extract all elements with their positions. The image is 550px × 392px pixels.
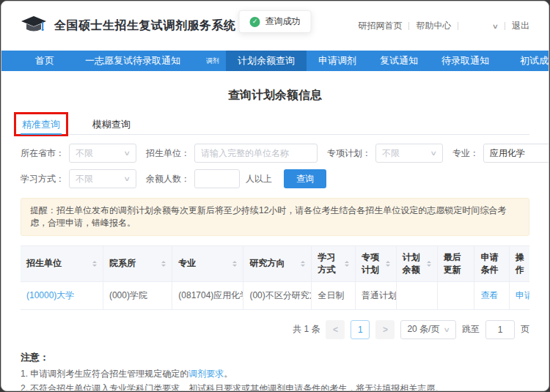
nav-group-label-tiaoji: 调剂 — [199, 51, 226, 71]
cell-major: (081704)应用化学 — [172, 281, 243, 309]
cell-dept: (000)学院 — [103, 281, 172, 309]
graduation-cap-icon — [21, 15, 47, 38]
sort-icon[interactable] — [232, 259, 237, 269]
jump-suffix: 页 — [521, 323, 529, 336]
notice-bar: 提醒：招生单位发布的调剂计划余额每次更新后将至少持续12小时，请各位考生结合各招… — [21, 198, 529, 236]
col-unit[interactable]: 招生单位 — [21, 245, 103, 281]
results-table: 招生单位 院系所 专业 研究方向 学习方式 专项计划 计划余额 最后更新 申请条… — [21, 245, 529, 310]
col-study-mode[interactable]: 学习方式 — [312, 245, 356, 281]
chevron-down-icon: ∨ — [124, 149, 131, 157]
apply-link[interactable]: 申请 — [516, 290, 529, 300]
jump-page-input[interactable] — [485, 320, 515, 339]
nav-item-first-choice-notice[interactable]: 一志愿复试待录取通知 — [73, 51, 192, 71]
chevron-down-icon: ∨ — [430, 149, 438, 157]
jump-label: 跳至 — [462, 323, 480, 336]
toast-query-success: ✓ 查询成功 — [239, 10, 312, 33]
nav-item-apply-adjustment[interactable]: 申请调剂 — [307, 51, 368, 71]
cell-study-mode: 全日制 — [312, 281, 356, 309]
tab-precise-query-label: 精准查询 — [22, 119, 60, 130]
divider — [458, 22, 458, 30]
main-content: 查询计划余额信息 精准查询 模糊查询 所在省市： 不限 ∨ 招生单位： — [1, 88, 549, 391]
sort-icon[interactable] — [161, 259, 166, 269]
major-label: 专业： — [452, 147, 479, 160]
note-line-1: 1. 申请调剂考生应符合招生管理规定确定的调剂要求。 — [21, 367, 529, 381]
special-plan-label: 专项计划： — [327, 147, 371, 160]
next-page-button[interactable]: > — [375, 320, 395, 339]
pagination: 共 1 条 < 1 > 20 条/页 ∨ 跳至 页 — [21, 320, 529, 339]
study-mode-select[interactable]: 不限 ∨ — [69, 169, 136, 188]
unit-input[interactable] — [194, 144, 318, 163]
sort-icon[interactable] — [92, 259, 97, 269]
sort-icon[interactable] — [427, 259, 431, 269]
balance-input[interactable] — [194, 169, 240, 188]
province-select[interactable]: 不限 ∨ — [69, 144, 136, 163]
table-header-row: 招生单位 院系所 专业 研究方向 学习方式 专项计划 计划余额 最后更新 申请条… — [21, 245, 529, 281]
notes-title: 注意： — [21, 350, 529, 365]
study-mode-label: 学习方式： — [21, 173, 65, 185]
header-links: 研招网首页 帮助中心 ∨ 退出 — [358, 20, 529, 32]
col-condition: 申请条件 — [474, 245, 509, 281]
province-label: 所在省市： — [21, 147, 65, 160]
next-arrow-icon: > — [383, 325, 388, 335]
nav-item-retest-notice[interactable]: 复试通知 — [368, 51, 430, 71]
chevron-down-icon[interactable]: ∨ — [492, 23, 499, 30]
table-row: (10000)大学 (000)学院 (081704)应用化学 (00)不区分研究… — [21, 281, 529, 309]
sort-icon[interactable] — [386, 259, 390, 269]
page-number-button[interactable]: 1 — [351, 320, 370, 339]
nav-item-plan-balance-query[interactable]: 计划余额查询 — [226, 51, 307, 71]
nav-item-initial-scores[interactable]: 初试成绩 — [508, 51, 549, 71]
cell-last-update — [437, 281, 474, 309]
app-window: 全国硕士生招生复试调剂服务系统 ✓ 查询成功 研招网首页 帮助中心 ∨ 退出 首… — [1, 1, 549, 391]
divider — [505, 22, 505, 30]
tab-precise-query[interactable]: 精准查询 — [21, 113, 62, 134]
chevron-down-icon: ∨ — [124, 175, 131, 182]
chevron-down-icon: ∨ — [444, 326, 451, 333]
nav-item-admission-notice[interactable]: 待录取通知 — [430, 51, 501, 71]
page-size-select[interactable]: 20 条/页 ∨ — [400, 320, 456, 339]
query-tabs: 精准查询 模糊查询 — [21, 113, 529, 135]
divider — [408, 22, 409, 30]
major-input[interactable] — [483, 144, 549, 163]
balance-suffix: 人以上 — [246, 173, 272, 185]
toast-text: 查询成功 — [265, 15, 301, 28]
main-nav: 首页 一志愿复试待录取通知 调剂 计划余额查询 申请调剂 复试通知 待录取通知 … — [1, 51, 549, 71]
col-action: 操作 — [509, 245, 529, 281]
col-major[interactable]: 专业 — [172, 245, 243, 281]
col-dept[interactable]: 院系所 — [103, 245, 172, 281]
adjustment-requirements-link[interactable]: 调剂要求 — [188, 369, 224, 379]
nav-item-home[interactable]: 首页 — [23, 51, 66, 71]
link-help-center[interactable]: 帮助中心 — [416, 20, 451, 32]
page-title: 查询计划余额信息 — [21, 88, 529, 103]
query-button[interactable]: 查询 — [284, 169, 326, 188]
sort-icon[interactable] — [301, 259, 305, 269]
note-line-2: 2. 不符合招生单位调入专业学科门类要求、初试科目要求或其他调剂申请条件的考生，… — [21, 382, 529, 391]
cell-action: 申请 — [509, 281, 529, 309]
unit-label: 招生单位： — [146, 147, 190, 160]
cell-condition: 查看 — [474, 281, 509, 309]
sort-icon[interactable] — [345, 259, 349, 269]
cell-special-plan: 普通计划 — [356, 281, 397, 309]
prev-page-button[interactable]: < — [326, 320, 345, 339]
col-balance[interactable]: 计划余额 — [396, 245, 437, 281]
col-direction[interactable]: 研究方向 — [243, 245, 312, 281]
prev-arrow-icon: < — [333, 325, 338, 335]
col-special-plan[interactable]: 专项计划 — [356, 245, 397, 281]
link-logout[interactable]: 退出 — [512, 20, 529, 32]
balance-label: 余额人数： — [146, 173, 190, 185]
cell-balance — [396, 281, 437, 309]
cell-direction: (00)不区分研究方向 — [243, 281, 312, 309]
filter-row-1: 所在省市： 不限 ∨ 招生单位： 专项计划： 不限 ∨ 专业： — [21, 144, 529, 163]
special-plan-select[interactable]: 不限 ∨ — [375, 144, 443, 163]
success-check-icon: ✓ — [250, 17, 260, 27]
app-header: 全国硕士生招生复试调剂服务系统 ✓ 查询成功 研招网首页 帮助中心 ∨ 退出 — [1, 1, 549, 51]
notes-section: 注意： 1. 申请调剂考生应符合招生管理规定确定的调剂要求。 2. 不符合招生单… — [21, 350, 529, 391]
filter-row-2: 学习方式： 不限 ∨ 余额人数： 人以上 查询 — [21, 169, 529, 188]
app-title: 全国硕士生招生复试调剂服务系统 — [54, 18, 236, 34]
col-last-update: 最后更新 — [437, 245, 474, 281]
cell-unit: (10000)大学 — [21, 281, 103, 309]
total-count: 共 1 条 — [293, 323, 320, 336]
view-condition-link[interactable]: 查看 — [480, 290, 498, 300]
link-yanzhao-home[interactable]: 研招网首页 — [358, 20, 402, 32]
unit-link[interactable]: (10000)大学 — [26, 290, 74, 300]
tab-fuzzy-query[interactable]: 模糊查询 — [91, 113, 132, 134]
